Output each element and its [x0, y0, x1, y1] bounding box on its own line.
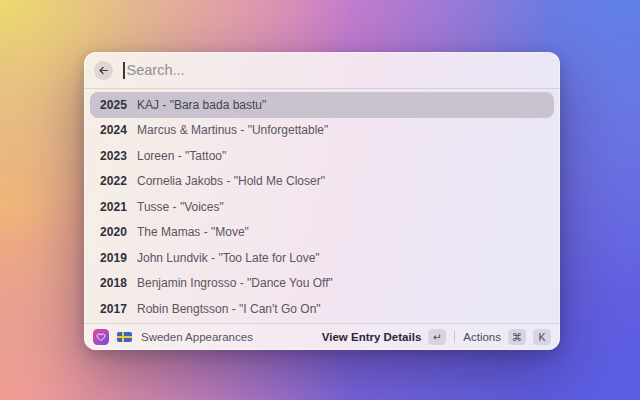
list-item[interactable]: 2019 John Lundvik - "Too Late for Love" [90, 245, 554, 271]
footer-divider [454, 331, 455, 343]
command-key-icon: ⌘ [508, 329, 526, 345]
entry-title: Benjamin Ingrosso - "Dance You Off" [137, 276, 333, 290]
entry-year: 2021 [100, 200, 128, 214]
return-key-icon: ↵ [428, 329, 446, 345]
entry-title: Loreen - "Tattoo" [137, 149, 226, 163]
back-button[interactable] [94, 61, 113, 80]
list-item[interactable]: 2024 Marcus & Martinus - "Unforgettable" [90, 118, 554, 144]
sweden-flag-icon [117, 332, 132, 342]
entry-year: 2023 [100, 149, 128, 163]
list-item[interactable]: 2018 Benjamin Ingrosso - "Dance You Off" [90, 271, 554, 297]
entry-title: John Lundvik - "Too Late for Love" [137, 251, 320, 265]
entry-year: 2017 [100, 302, 128, 316]
entry-title: Marcus & Martinus - "Unforgettable" [137, 123, 328, 137]
entry-year: 2025 [100, 98, 128, 112]
entry-year: 2020 [100, 225, 128, 239]
search-input[interactable] [125, 58, 551, 82]
entry-title: The Mamas - "Move" [137, 225, 249, 239]
entry-title: KAJ - "Bara bada bastu" [137, 98, 266, 112]
view-entry-details-button[interactable]: View Entry Details [322, 331, 422, 343]
entry-year: 2022 [100, 174, 128, 188]
results-list: 2025 KAJ - "Bara bada bastu" 2024 Marcus… [84, 89, 560, 323]
entry-title: Tusse - "Voices" [137, 200, 224, 214]
entry-year: 2019 [100, 251, 128, 265]
list-item[interactable]: 2017 Robin Bengtsson - "I Can't Go On" [90, 296, 554, 322]
heart-icon [93, 329, 109, 345]
search-bar [84, 52, 560, 88]
arrow-left-icon [98, 65, 109, 76]
list-item[interactable]: 2025 KAJ - "Bara bada bastu" [90, 92, 554, 118]
entry-year: 2018 [100, 276, 128, 290]
list-item[interactable]: 2022 Cornelia Jakobs - "Hold Me Closer" [90, 169, 554, 195]
entry-year: 2024 [100, 123, 128, 137]
desktop-wallpaper: 2025 KAJ - "Bara bada bastu" 2024 Marcus… [0, 0, 640, 400]
footer-actions: View Entry Details ↵ Actions ⌘ K [322, 329, 551, 345]
list-item[interactable]: 2021 Tusse - "Voices" [90, 194, 554, 220]
command-name: Sweden Appearances [141, 331, 253, 343]
status-bar: Sweden Appearances View Entry Details ↵ … [84, 323, 560, 350]
list-item[interactable]: 2023 Loreen - "Tattoo" [90, 143, 554, 169]
actions-button[interactable]: Actions [463, 331, 501, 343]
k-key-icon: K [533, 329, 551, 345]
list-item[interactable]: 2020 The Mamas - "Move" [90, 220, 554, 246]
entry-title: Cornelia Jakobs - "Hold Me Closer" [137, 174, 325, 188]
entry-title: Robin Bengtsson - "I Can't Go On" [137, 302, 321, 316]
launcher-window: 2025 KAJ - "Bara bada bastu" 2024 Marcus… [84, 52, 560, 350]
